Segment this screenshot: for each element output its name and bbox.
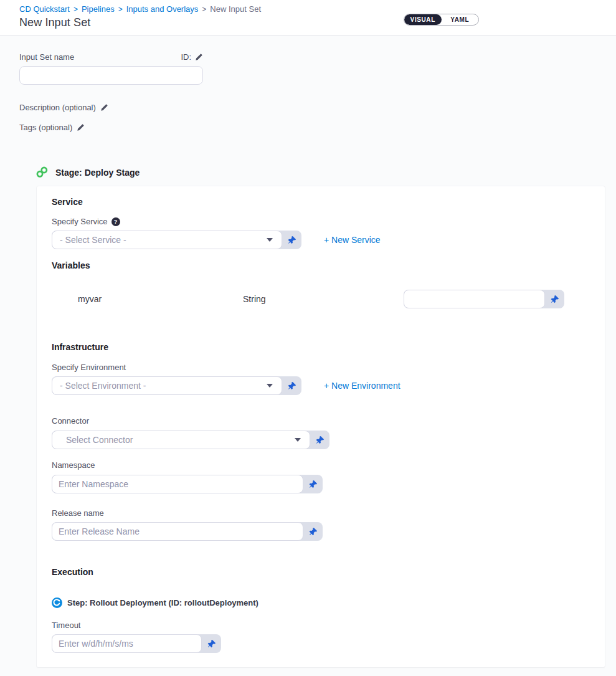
tags-label: Tags (optional) [19, 123, 72, 132]
runtime-pin-icon[interactable] [303, 475, 323, 493]
chevron-down-icon [267, 384, 273, 388]
connector-select[interactable]: Select Connector [52, 431, 310, 449]
runtime-pin-icon[interactable] [282, 376, 301, 395]
visual-yaml-toggle: VISUAL YAML [404, 14, 479, 26]
input-set-meta: Input Set name ID: Description (optional… [0, 36, 616, 132]
breadcrumb-link-pipelines[interactable]: Pipelines [82, 4, 115, 14]
environment-select-group: - Select Environment - [52, 376, 301, 395]
specify-service-label: Specify Service [52, 217, 108, 226]
help-icon[interactable]: ? [111, 217, 120, 226]
connector-select-group: Select Connector [52, 431, 329, 449]
step-heading: Step: Rollout Deployment (ID: rolloutDep… [52, 597, 590, 608]
service-select[interactable]: - Select Service - [52, 231, 282, 249]
new-environment-link[interactable]: + New Environment [324, 381, 400, 391]
release-name-field[interactable] [52, 522, 303, 541]
chevron-down-icon [295, 438, 301, 442]
execution-section-header: Execution [52, 567, 590, 577]
connector-select-value: Select Connector [66, 435, 295, 445]
page-title: New Input Set [19, 16, 604, 29]
variable-value-field[interactable] [404, 290, 545, 308]
edit-tags-icon[interactable] [77, 123, 85, 131]
input-set-name-field[interactable] [19, 66, 203, 85]
description-label: Description (optional) [19, 103, 96, 112]
environment-select[interactable]: - Select Environment - [52, 376, 282, 395]
timeout-label: Timeout [52, 621, 80, 630]
chevron-down-icon [267, 238, 273, 242]
cd-stage-icon [36, 166, 49, 178]
namespace-field-group [52, 475, 323, 493]
release-name-field-group [52, 522, 323, 541]
toggle-yaml-button[interactable]: YAML [442, 14, 479, 25]
variable-type: String [243, 294, 404, 304]
breadcrumb-link-inputs-and-overlays[interactable]: Inputs and Overlays [126, 4, 199, 14]
new-service-link[interactable]: + New Service [324, 235, 381, 245]
edit-description-icon[interactable] [100, 103, 108, 112]
runtime-pin-icon[interactable] [202, 634, 221, 653]
infrastructure-section-header: Infrastructure [52, 342, 590, 352]
breadcrumb-separator: > [202, 5, 206, 14]
timeout-field[interactable] [52, 634, 202, 653]
timeout-field-group [52, 634, 221, 653]
stage-label: Stage: Deploy Stage [55, 168, 140, 178]
input-set-form: Input Set name ID: Description (optional… [0, 36, 616, 667]
stage-inputs-card: Service Specify Service ? - Select Servi… [37, 186, 605, 667]
service-select-value: - Select Service - [60, 235, 267, 245]
breadcrumb-current: New Input Set [210, 4, 261, 14]
service-section-header: Service [52, 197, 590, 207]
namespace-label: Namespace [52, 460, 95, 470]
breadcrumb: CD Quickstart>Pipelines>Inputs and Overl… [19, 4, 604, 14]
page-header: CD Quickstart>Pipelines>Inputs and Overl… [0, 0, 616, 36]
variables-section-header: Variables [52, 260, 590, 270]
edit-id-icon[interactable] [195, 53, 203, 61]
variable-value-group [404, 290, 564, 308]
variable-name: myvar [78, 294, 243, 304]
breadcrumb-separator: > [118, 5, 123, 14]
environment-select-value: - Select Environment - [60, 381, 267, 391]
input-set-name-label: Input Set name [19, 52, 74, 62]
step-label: Step: Rollout Deployment (ID: rolloutDep… [67, 598, 258, 607]
toggle-visual-button[interactable]: VISUAL [404, 14, 442, 25]
id-label: ID: [181, 52, 191, 62]
release-name-label: Release name [52, 508, 104, 518]
specify-environment-label: Specify Environment [52, 363, 126, 372]
runtime-pin-icon[interactable] [310, 431, 329, 449]
breadcrumb-separator: > [73, 5, 78, 14]
breadcrumb-link-cd-quickstart[interactable]: CD Quickstart [19, 4, 70, 14]
runtime-pin-icon[interactable] [545, 290, 564, 308]
rollout-step-icon [52, 597, 62, 608]
connector-label: Connector [52, 416, 89, 426]
runtime-pin-icon[interactable] [303, 522, 323, 541]
stage-heading: Stage: Deploy Stage [36, 166, 616, 178]
namespace-field[interactable] [52, 475, 303, 493]
variable-row: myvar String [78, 290, 590, 308]
service-select-group: - Select Service - [52, 231, 301, 249]
runtime-pin-icon[interactable] [282, 231, 301, 249]
